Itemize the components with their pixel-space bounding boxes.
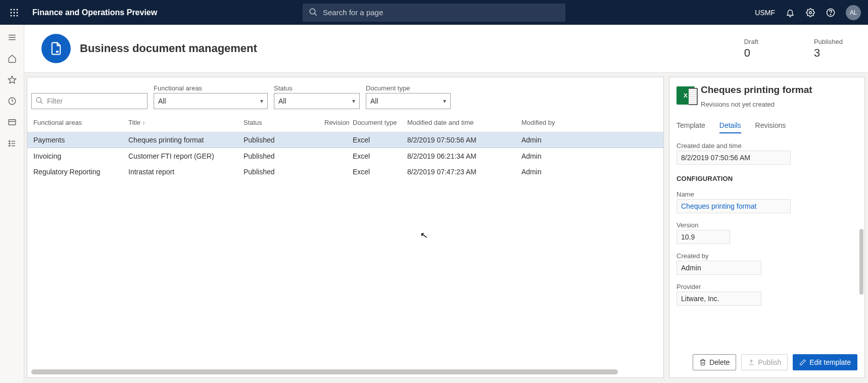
doctype-label: Document type — [366, 84, 451, 92]
created-date-value: 8/2/2019 07:50:56 AM — [677, 151, 791, 165]
stat-published-value: 3 — [814, 46, 843, 60]
col-header-status[interactable]: Status — [242, 116, 322, 129]
svg-line-30 — [40, 102, 42, 104]
legal-entity-label[interactable]: USMF — [755, 9, 775, 17]
publish-button: Publish — [741, 354, 788, 370]
createdby-label: Created by — [677, 252, 857, 260]
page-icon — [41, 34, 71, 63]
star-icon[interactable] — [7, 75, 17, 85]
tab-revisions[interactable]: Revisions — [755, 121, 786, 133]
svg-marker-17 — [8, 76, 16, 83]
tab-template[interactable]: Template — [677, 121, 705, 133]
configuration-heading: CONFIGURATION — [677, 175, 857, 182]
provider-value: Litware, Inc. — [677, 292, 761, 306]
name-label: Name — [677, 190, 857, 198]
sort-asc-icon: ↑ — [142, 120, 146, 126]
app-launcher-icon[interactable] — [7, 6, 21, 20]
excel-icon: X — [677, 86, 695, 105]
version-value: 10.9 — [677, 230, 730, 244]
vertical-scrollbar[interactable] — [859, 229, 863, 295]
modules-icon[interactable] — [7, 138, 17, 149]
name-value[interactable]: Cheques printing format — [677, 199, 791, 213]
home-icon[interactable] — [7, 54, 17, 64]
workspace-icon[interactable] — [7, 117, 17, 127]
table-row[interactable]: PaymentsCheques printing formatPublished… — [27, 132, 663, 148]
svg-point-13 — [830, 14, 831, 15]
svg-point-6 — [11, 15, 12, 16]
filter-icon — [35, 97, 43, 106]
col-header-title[interactable]: Title↑ — [126, 116, 242, 129]
svg-point-5 — [17, 12, 18, 13]
delete-button[interactable]: Delete — [693, 354, 736, 370]
functional-areas-select[interactable]: All ▾ — [154, 93, 268, 109]
svg-point-1 — [14, 9, 15, 10]
svg-point-7 — [14, 15, 15, 16]
publish-icon — [748, 359, 755, 366]
chevron-down-icon: ▾ — [260, 98, 263, 105]
stat-published: Published 3 — [814, 38, 843, 60]
stat-draft-value: 0 — [744, 46, 758, 60]
status-label: Status — [274, 84, 360, 92]
edit-template-button[interactable]: Edit template — [793, 354, 857, 370]
svg-point-9 — [310, 9, 315, 14]
pencil-icon — [799, 359, 806, 366]
status-select[interactable]: All ▾ — [274, 93, 360, 109]
svg-point-23 — [9, 145, 10, 146]
app-title: Finance and Operations Preview — [32, 8, 157, 17]
hamburger-icon[interactable] — [7, 32, 17, 42]
global-search-input[interactable] — [303, 4, 565, 22]
version-label: Version — [677, 221, 857, 229]
filter-input[interactable] — [31, 93, 148, 109]
col-header-modified-by[interactable]: Modified by — [519, 116, 580, 129]
svg-point-3 — [11, 12, 12, 13]
svg-point-2 — [17, 9, 18, 10]
svg-text:X: X — [684, 92, 688, 99]
user-avatar[interactable]: AL — [846, 5, 861, 20]
createdby-value: Admin — [677, 261, 761, 275]
tab-details[interactable]: Details — [719, 121, 741, 133]
col-header-functional-areas[interactable]: Functional areas — [31, 116, 126, 129]
chevron-down-icon: ▾ — [352, 98, 355, 105]
stat-draft-label: Draft — [744, 38, 758, 45]
horizontal-scrollbar[interactable] — [31, 369, 618, 374]
trash-icon — [699, 359, 706, 366]
svg-point-22 — [9, 143, 10, 144]
stat-draft: Draft 0 — [744, 38, 758, 60]
functional-areas-label: Functional areas — [154, 84, 268, 92]
svg-point-8 — [17, 15, 18, 16]
bell-icon[interactable] — [785, 8, 795, 18]
page-title: Business document management — [80, 42, 257, 55]
chevron-down-icon: ▾ — [443, 98, 446, 105]
stat-published-label: Published — [814, 38, 843, 45]
svg-rect-19 — [9, 120, 16, 125]
svg-line-10 — [314, 13, 317, 16]
svg-point-11 — [809, 11, 812, 14]
svg-point-0 — [11, 9, 12, 10]
svg-point-21 — [9, 140, 10, 141]
provider-label: Provider — [677, 283, 857, 291]
detail-subtitle: Revisions not yet created — [701, 101, 812, 108]
table-row[interactable]: InvoicingCustomer FTI report (GER)Publis… — [27, 148, 663, 164]
gear-icon[interactable] — [805, 8, 815, 18]
search-icon — [309, 8, 318, 18]
created-date-label: Created date and time — [677, 142, 857, 150]
detail-title: Cheques printing format — [701, 84, 812, 95]
svg-point-29 — [36, 98, 41, 102]
col-header-modified-date[interactable]: Modified date and time — [405, 116, 519, 129]
table-header-row: Functional areas Title↑ Status Revision … — [27, 113, 663, 132]
table-row[interactable]: Regulatory ReportingIntrastat reportPubl… — [27, 164, 663, 179]
svg-point-4 — [14, 12, 15, 13]
doctype-select[interactable]: All ▾ — [366, 93, 451, 109]
help-icon[interactable] — [826, 8, 836, 18]
recent-icon[interactable] — [7, 96, 17, 106]
col-header-doctype[interactable]: Document type — [351, 116, 405, 129]
col-header-revision[interactable]: Revision — [322, 116, 351, 129]
